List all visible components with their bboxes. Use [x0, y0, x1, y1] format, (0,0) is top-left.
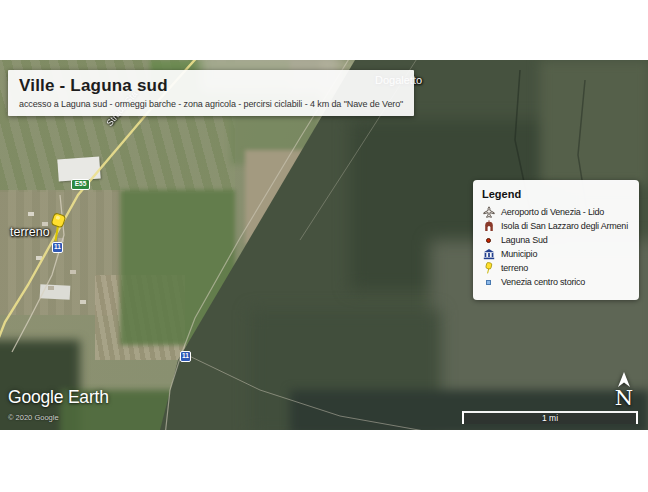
legend-item-isola: Isola di San Lazzaro degli Armeni — [482, 221, 633, 231]
north-label: N — [615, 388, 633, 408]
dome-building-icon — [482, 220, 495, 233]
legend-header: Legend — [482, 188, 633, 200]
building — [28, 212, 34, 216]
placemark-label-terreno[interactable]: terreno — [10, 225, 50, 239]
scale-bar-label: 1 mi — [542, 414, 558, 423]
legend-item-label: terreno — [501, 263, 528, 273]
page-title: Ville - Laguna sud — [19, 76, 404, 96]
north-arrow-icon — [616, 372, 632, 388]
legend-item-label: Aeroporto di Venezia - Lido — [501, 207, 604, 217]
legend-item-laguna-sud: Laguna Sud — [482, 235, 633, 245]
terreno-pushpin-icon[interactable] — [48, 213, 70, 245]
legend-item-municipio: Municipio — [482, 249, 633, 259]
terrain-marsh-light — [540, 60, 648, 185]
legend-item-label: Municipio — [501, 249, 537, 259]
airplane-icon — [482, 206, 495, 219]
scale-bar: 1 mi — [462, 411, 638, 424]
blue-square-icon — [482, 276, 495, 289]
red-dot-icon — [482, 234, 495, 247]
legend-item-label: Laguna Sud — [501, 235, 548, 245]
google-earth-logo: Google Earth — [8, 387, 109, 408]
legend-item-label: Isola di San Lazzaro degli Armeni — [501, 221, 628, 231]
title-card: Ville - Laguna sud accesso a Laguna sud … — [8, 70, 414, 116]
legend-panel: Legend Aeroporto di Venezia - Lido Isola… — [473, 180, 639, 300]
compass-north-indicator: N — [606, 372, 642, 408]
building — [40, 284, 71, 300]
pushpin-icon — [482, 262, 495, 275]
bank-icon — [482, 248, 495, 261]
page-subtitle: accesso a Laguna sud - ormeggi barche - … — [19, 99, 404, 109]
route-shield-ss11: 11 — [180, 351, 191, 362]
google-earth-screenshot: Dogaletto Strada Sta E55 11 11 terreno V… — [0, 0, 648, 492]
legend-item-venezia: Venezia centro storico — [482, 277, 633, 287]
copyright-notice: © 2020 Google — [8, 413, 59, 422]
legend-item-aeroporto: Aeroporto di Venezia - Lido — [482, 207, 633, 217]
building — [57, 157, 100, 182]
legend-item-label: Venezia centro storico — [501, 277, 585, 287]
terrain-marsh-dark — [290, 390, 648, 430]
route-shield-e55: E55 — [71, 179, 90, 190]
legend-item-terreno: terreno — [482, 263, 633, 273]
